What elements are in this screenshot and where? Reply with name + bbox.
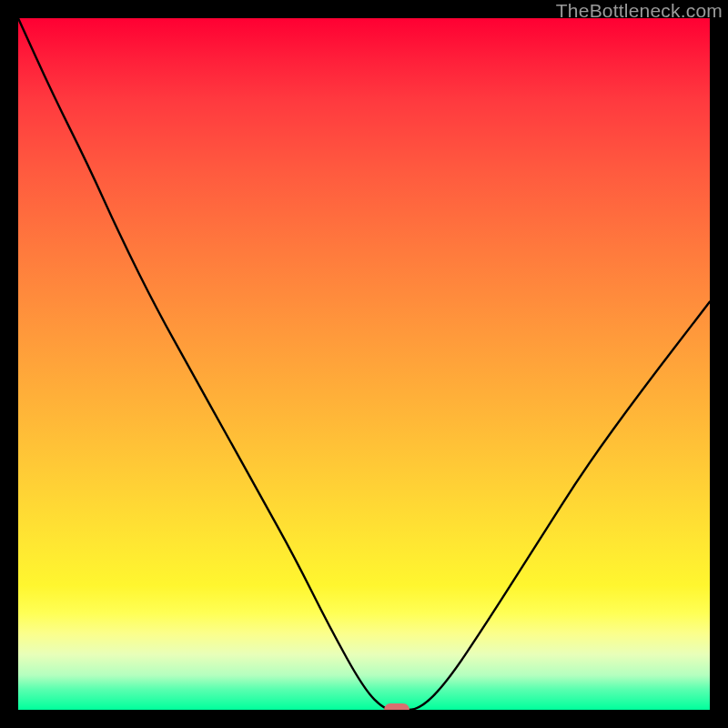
- chart-frame: TheBottleneck.com: [0, 0, 728, 728]
- optimal-marker: [384, 703, 410, 710]
- curve-path: [18, 18, 710, 710]
- watermark-text: TheBottleneck.com: [556, 0, 723, 22]
- bottleneck-curve: [18, 18, 710, 710]
- plot-area: [18, 18, 710, 710]
